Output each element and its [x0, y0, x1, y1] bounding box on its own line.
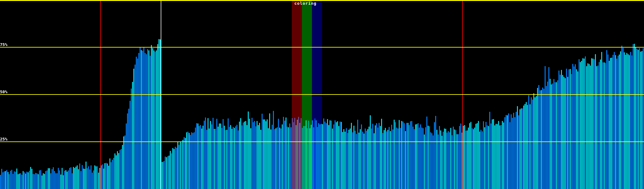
- y-tick-label-75: 75%: [0, 43, 7, 47]
- phase-end-marker-line: [462, 1, 463, 189]
- top-border-line: [0, 0, 644, 1]
- phase-band-green-overlay: [302, 1, 312, 189]
- y-tick-label-25: 25%: [0, 137, 7, 141]
- coloring-phase-label: coloring: [294, 1, 317, 6]
- phase-start-marker-line: [100, 1, 101, 189]
- phase-band-blue-overlay: [312, 1, 322, 189]
- phase-band-red-overlay: [292, 1, 302, 189]
- cursor-marker-line: [161, 1, 161, 189]
- gridline-25: [0, 141, 644, 142]
- y-tick-label-50: 50%: [0, 90, 7, 94]
- gridline-75: [0, 47, 644, 48]
- gridline-50: [0, 94, 644, 95]
- histogram-panel: 75% 50% 25% coloring: [0, 0, 644, 189]
